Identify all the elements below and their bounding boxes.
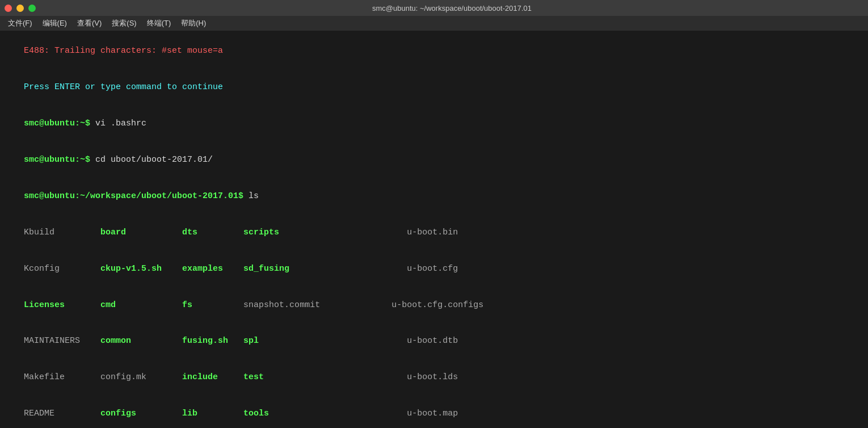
ls1-row1: Kbuild board dts scripts u-boot.bin [3,214,865,250]
close-btn[interactable] [5,5,12,12]
ls1-row3: Licenses cmd fs snapshot.commit u-boot.c… [3,287,865,323]
menu-bar: 文件(F) 编辑(E) 查看(V) 搜索(S) 终端(T) 帮助(H) [0,16,868,31]
error-line: E488: Trailing characters: #set mouse=a [3,33,865,69]
cmd-ls-1: smc@ubuntu:~/workspace/uboot/uboot-2017.… [3,178,865,215]
minimize-btn[interactable] [16,5,24,12]
menu-file[interactable]: 文件(F) [3,17,37,30]
cmd-vi-bashrc: smc@ubuntu:~$ vi .bashrc [3,106,865,142]
menu-help[interactable]: 帮助(H) [176,17,210,30]
ls1-row5: Makefile config.mk include test u-boot.l… [3,359,865,396]
window-title: smc@ubuntu: ~/workspace/uboot/uboot-2017… [40,4,863,12]
menu-edit[interactable]: 编辑(E) [38,17,71,30]
ls1-row2: Kconfig ckup-v1.5.sh examples sd_fusing … [3,250,865,287]
ls1-row4: MAINTAINERS common fusing.sh spl u-boot.… [3,323,865,359]
ls1-row6: README configs lib tools u-boot.map [3,396,865,428]
maximize-btn[interactable] [28,5,36,12]
menu-terminal[interactable]: 终端(T) [142,17,176,30]
terminal[interactable]: E488: Trailing characters: #set mouse=a … [0,31,868,428]
title-bar: smc@ubuntu: ~/workspace/uboot/uboot-2017… [0,0,868,16]
cmd-cd-uboot: smc@ubuntu:~$ cd uboot/uboot-2017.01/ [3,142,865,178]
menu-search[interactable]: 搜索(S) [107,17,141,30]
menu-view[interactable]: 查看(V) [73,17,106,30]
press-enter-line: Press ENTER or type command to continue [3,69,865,106]
